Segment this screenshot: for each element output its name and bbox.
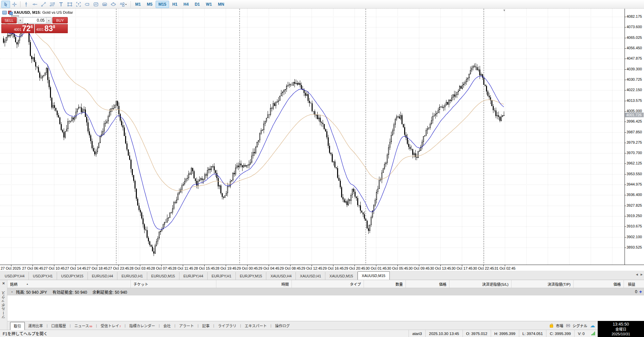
- price-axis-label: 3936.400: [627, 193, 642, 197]
- time-axis[interactable]: 27 Oct 202527 Oct 06:4527 Oct 10:4527 Oc…: [0, 265, 644, 271]
- volume-increase-button[interactable]: ▲: [46, 17, 51, 23]
- chart-tab-eurjpy-h4[interactable]: EURJPY,H4: [179, 272, 208, 280]
- tabs-scroll-left-icon[interactable]: ◀: [636, 273, 638, 276]
- time-axis-label: 27 Oct 14:45: [65, 266, 86, 270]
- chart-tab-usdjpy-m15[interactable]: USDJPY,M15: [57, 272, 88, 280]
- crosshair-icon[interactable]: [10, 1, 19, 8]
- chart-tab-xauusd-h1[interactable]: XAUUSD,H1: [296, 272, 325, 280]
- volume-input[interactable]: 0.05: [23, 17, 46, 23]
- chart-tab-usdjpy-h4[interactable]: USDJPY,H4: [1, 272, 29, 280]
- new-order-plus-icon[interactable]: +: [639, 289, 642, 294]
- toolbox-tab-7[interactable]: アラート: [176, 322, 197, 330]
- sell-price[interactable]: 4001 72 6: [1, 24, 34, 33]
- price-axis-label: 4022.150: [627, 88, 642, 92]
- column-header[interactable]: 時間: [216, 280, 292, 288]
- timeframe-m5[interactable]: M5: [144, 1, 155, 8]
- timeframe-w1[interactable]: W1: [203, 1, 215, 8]
- timeframe-h1[interactable]: H1: [170, 1, 180, 8]
- column-header[interactable]: 数量: [364, 280, 406, 288]
- equidistant-channel-icon[interactable]: [48, 1, 57, 8]
- chart-tab-xauusd-h4[interactable]: XAUUSD,H4: [266, 272, 296, 280]
- column-header[interactable]: 価格: [406, 280, 449, 288]
- toolbox-tab-9[interactable]: ライブラリ: [215, 322, 240, 330]
- column-header[interactable]: 損益: [624, 280, 644, 288]
- vertical-line-icon[interactable]: [22, 1, 31, 8]
- time-axis-label: 29 Oct 16:45: [323, 266, 344, 270]
- toolbox-tab-trade[interactable]: 取引: [10, 322, 25, 330]
- trade-table-header: 銘柄▲チケット時間タイプ数量価格決済逆指値(S/L)決済指値(T/P)価格損益: [7, 280, 644, 288]
- one-click-trading-icon[interactable]: [8, 11, 12, 14]
- shapes-icon[interactable]: [118, 1, 129, 8]
- chart-tab-eurjpy-m15[interactable]: EURJPY,M15: [236, 272, 266, 280]
- equity-text: 有効証拠金: 50 940: [52, 289, 87, 295]
- time-axis-label: 30 Oct 09:45: [409, 266, 430, 270]
- time-axis-label: 29 Oct 20:45: [344, 266, 365, 270]
- sell-button[interactable]: SELL: [1, 17, 17, 23]
- balance-text: 残高: 50 940 JPY: [16, 289, 47, 295]
- price-chart[interactable]: [0, 9, 625, 265]
- chart-tab-xauusd-m15[interactable]: XAUUSD,M15: [325, 272, 357, 280]
- toolbox-tab-1[interactable]: 運用比率: [25, 322, 46, 330]
- chart-tab-eurusd-m15[interactable]: EURUSD,M15: [147, 272, 179, 280]
- toolbox-tab-11[interactable]: 操作ログ: [272, 322, 293, 330]
- rectangle-icon[interactable]: [65, 1, 74, 8]
- indicator-window-icon[interactable]: [92, 1, 100, 8]
- time-axis-label: 29 Oct 00:45: [237, 266, 258, 270]
- toolbox-tab-8[interactable]: 記事: [199, 322, 213, 330]
- chart-shift-marker[interactable]: ▼: [503, 9, 506, 12]
- buy-button[interactable]: BUY: [52, 17, 68, 23]
- column-header[interactable]: チケット: [131, 280, 216, 288]
- column-header[interactable]: 決済指値(T/P): [512, 280, 574, 288]
- cloud-icon[interactable]: ☁: [590, 324, 595, 328]
- timeframe-d1[interactable]: D1: [192, 1, 202, 8]
- column-header[interactable]: 銘柄▲: [7, 280, 131, 288]
- ok-button-icon[interactable]: OK: [100, 1, 109, 8]
- volume-ticks: [11, 15, 19, 17]
- chart-tab-usdjpy-h1[interactable]: USDJPY,H1: [29, 272, 57, 280]
- one-click-trading-panel: SELL ▼ 0.05 ▲ BUY 4001 72 6 4001 83 8: [1, 17, 68, 33]
- ellipse-icon[interactable]: [109, 1, 118, 8]
- toolbox-tab-2[interactable]: 口座履歴: [48, 322, 69, 330]
- column-header[interactable]: タイプ: [292, 280, 364, 288]
- price-label-icon[interactable]: [83, 1, 92, 8]
- chart-tab-eurjpy-h1[interactable]: EURJPY,H1: [208, 272, 236, 280]
- timeframe-h4[interactable]: H4: [181, 1, 191, 8]
- toolbox-tab-4[interactable]: 受信トレイ7: [97, 322, 124, 330]
- chart-tab-xauusd-m15[interactable]: XAUUSD,M15: [358, 271, 390, 280]
- market-depth-icon[interactable]: [2, 11, 7, 14]
- price-axis-label: 3919.250: [627, 214, 642, 218]
- price-axis[interactable]: 4082.1754073.6004065.0254056.4504047.875…: [625, 9, 644, 265]
- market-icon[interactable]: [550, 325, 553, 328]
- clock-panel: 13:45:50 金曜日 2025/10/31: [598, 321, 644, 337]
- toolbox-tab-10[interactable]: エキスパート: [241, 322, 270, 330]
- timeframe-mn[interactable]: MN: [215, 1, 227, 8]
- column-header[interactable]: 決済逆指値(S/L): [449, 280, 512, 288]
- signal-waves-icon: ((•)): [566, 324, 570, 327]
- timeframe-m1[interactable]: M1: [132, 1, 144, 8]
- toolbox-tab-5[interactable]: 指標カレンダー: [126, 322, 158, 330]
- toolbox-tab-6[interactable]: 会社: [160, 322, 174, 330]
- horizontal-line-icon[interactable]: [31, 1, 39, 8]
- market-label[interactable]: 市場: [556, 323, 563, 328]
- text-icon[interactable]: [57, 1, 65, 8]
- trendline-icon[interactable]: [39, 1, 48, 8]
- timeframe-m15[interactable]: M15: [156, 1, 169, 8]
- tabs-scroll-right-icon[interactable]: ▶: [641, 273, 643, 276]
- volume-decrease-button[interactable]: ▼: [18, 17, 23, 23]
- clock-time: 13:45:50: [613, 322, 629, 327]
- signal-label[interactable]: シグナル: [573, 323, 587, 328]
- toolbox-close-button[interactable]: ×: [2, 281, 5, 286]
- chart-tab-eurusd-h4[interactable]: EURUSD,H4: [88, 272, 118, 280]
- toolbox-tab-3[interactable]: ニュース99: [71, 322, 96, 330]
- time-axis-label: 30 Oct 17:45: [451, 266, 473, 270]
- buy-price[interactable]: 4001 83 8: [35, 24, 68, 33]
- text-label-icon[interactable]: T: [74, 1, 83, 8]
- cursor-icon[interactable]: [1, 1, 10, 8]
- price-axis-label: 3944.975: [627, 182, 642, 186]
- time-axis-label: 27 Oct 2025: [1, 266, 21, 270]
- chart-tab-eurusd-h1[interactable]: EURUSD,H1: [117, 272, 147, 280]
- column-header[interactable]: 価格: [574, 280, 624, 288]
- time-axis-label: 28 Oct 03:45: [129, 266, 151, 270]
- price-axis-label: 3953.550: [627, 172, 642, 176]
- chart-symbol-description: Gold vs US Dollar: [42, 10, 73, 14]
